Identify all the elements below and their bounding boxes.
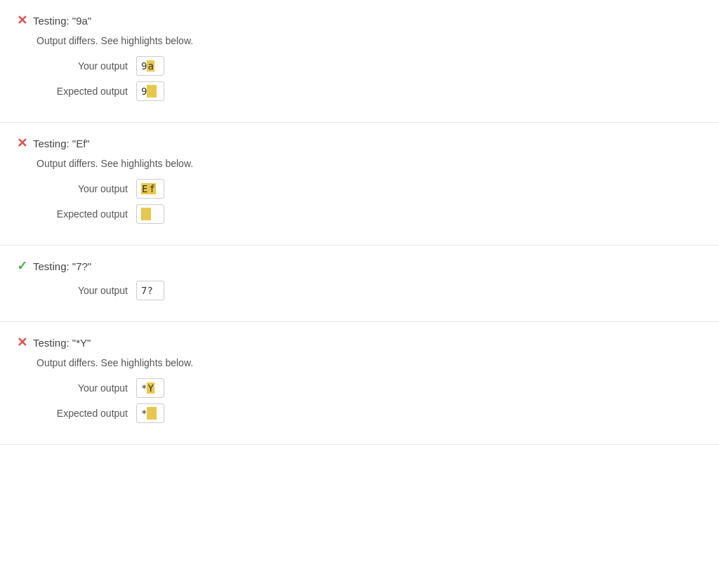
expected-output-label: Expected output: [37, 208, 128, 220]
your-output-row: Your output 7?: [37, 281, 702, 300]
output-box: [136, 204, 164, 224]
highlight-block: [141, 208, 151, 220]
expected-output-row: Expected output 9: [37, 81, 702, 101]
test-title: Testing: "7?": [33, 260, 91, 272]
your-output-label: Your output: [37, 285, 128, 296]
test-title: Testing: "*Y": [33, 337, 91, 349]
test-title: Testing: "Ef": [33, 138, 90, 149]
your-output-label: Your output: [37, 183, 128, 194]
diff-message: Output differs. See highlights below.: [37, 357, 702, 368]
expected-output-row: Expected output: [37, 204, 702, 224]
your-output-label: Your output: [37, 382, 128, 394]
expected-output-label: Expected output: [37, 408, 128, 419]
diff-message: Output differs. See highlights below.: [37, 35, 702, 46]
test-header: ✓ Testing: "7?": [17, 258, 702, 274]
test-header: ✕ Testing: "9a": [17, 13, 702, 28]
output-box: *Y: [136, 378, 164, 398]
test-block: ✕ Testing: "Ef" Output differs. See high…: [0, 123, 719, 246]
highlight-text: E: [141, 183, 148, 194]
highlight-block: [147, 85, 157, 98]
expected-output-label: Expected output: [37, 86, 128, 97]
your-output-row: Your output Ef: [37, 179, 702, 199]
highlight-block: [147, 407, 157, 420]
test-title: Testing: "9a": [33, 15, 91, 27]
output-box: 7?: [136, 281, 164, 300]
pass-icon: ✓: [17, 258, 27, 274]
plain-text: 9: [141, 60, 147, 72]
highlight-text: f: [148, 183, 155, 194]
plain-text: *: [141, 408, 147, 419]
plain-text: 7?: [141, 285, 153, 296]
test-header: ✕ Testing: "Ef": [17, 135, 702, 151]
your-output-row: Your output 9a: [37, 56, 702, 76]
output-box: 9: [136, 81, 164, 101]
expected-output-row: Expected output *: [37, 403, 702, 423]
fail-icon: ✕: [17, 135, 27, 151]
test-block: ✕ Testing: "9a" Output differs. See high…: [0, 0, 719, 123]
highlight-text: Y: [147, 382, 154, 394]
test-block: ✓ Testing: "7?" Your output 7?: [0, 246, 719, 322]
diff-message: Output differs. See highlights below.: [37, 158, 702, 169]
test-header: ✕ Testing: "*Y": [17, 335, 702, 350]
output-box: 9a: [136, 56, 164, 76]
plain-text: 9: [141, 86, 147, 97]
fail-icon: ✕: [17, 13, 27, 28]
highlight-text: a: [147, 60, 154, 72]
output-box: *: [136, 403, 164, 423]
plain-text: *: [141, 382, 147, 394]
test-block: ✕ Testing: "*Y" Output differs. See high…: [0, 322, 719, 445]
your-output-row: Your output *Y: [37, 378, 702, 398]
your-output-label: Your output: [37, 60, 128, 72]
output-box: Ef: [136, 179, 164, 199]
fail-icon: ✕: [17, 335, 27, 350]
